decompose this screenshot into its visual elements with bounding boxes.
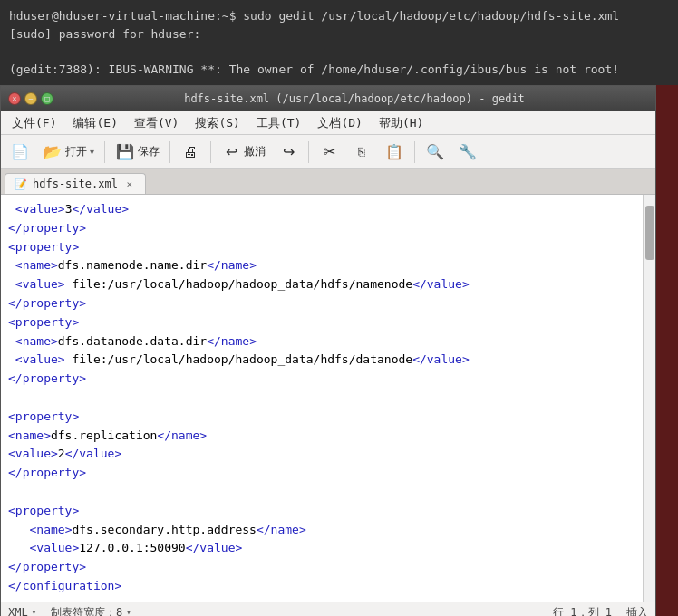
tab-close-button[interactable]: ×: [123, 178, 136, 190]
menu-tools[interactable]: 工具(T): [249, 113, 308, 133]
tabwidth-arrow-icon: ▾: [126, 608, 131, 616]
print-icon: 🖨: [180, 142, 200, 162]
menu-bar: 文件(F) 编辑(E) 查看(V) 搜索(S) 工具(T) 文档(D) 帮助(H…: [1, 111, 655, 135]
editor-line-3: <property>: [8, 238, 635, 257]
tab-hdfs-site[interactable]: 📝 hdfs-site.xml ×: [5, 173, 146, 194]
open-label: 打开: [65, 144, 87, 159]
maximize-icon: □: [44, 94, 49, 103]
menu-edit[interactable]: 编辑(E): [65, 113, 124, 133]
cut-button[interactable]: ✂: [314, 140, 344, 165]
editor-line-12: <property>: [8, 408, 635, 427]
editor-line-11: [8, 389, 635, 408]
copy-icon: ⎘: [352, 142, 372, 162]
open-button[interactable]: 📂 打开 ▾: [37, 140, 100, 165]
window-controls[interactable]: × − □: [8, 92, 53, 105]
save-icon: 💾: [115, 142, 135, 162]
search-button[interactable]: 🔍: [420, 140, 450, 165]
editor-line-1: <value>3</value>: [8, 200, 635, 219]
open-icon: 📂: [43, 142, 63, 162]
toolbar-separator-2: [170, 141, 170, 163]
tab-width-selector[interactable]: 制表符宽度：8 ▾: [51, 605, 131, 616]
close-button[interactable]: ×: [8, 92, 21, 105]
editor-line-2: </property>: [8, 219, 635, 238]
new-button[interactable]: 📄: [5, 140, 35, 165]
tab-file-icon: 📝: [15, 178, 27, 190]
menu-help[interactable]: 帮助(H): [372, 113, 431, 133]
wrench-icon: 🔧: [458, 142, 478, 162]
maximize-button[interactable]: □: [41, 92, 53, 105]
format-selector[interactable]: XML ▾: [8, 606, 36, 616]
terminal-window: hduser@hduser-virtual-machine:~$ sudo ge…: [0, 0, 678, 85]
editor-line-7: <property>: [8, 313, 635, 332]
minimize-button[interactable]: −: [24, 92, 37, 105]
terminal-line-4: (gedit:7388): IBUS-WARNING **: The owner…: [9, 61, 669, 79]
save-button[interactable]: 💾 保存: [110, 140, 165, 165]
status-bar: XML ▾ 制表符宽度：8 ▾ 行 1，列 1 插入: [1, 602, 655, 616]
editor-line-6: </property>: [8, 294, 635, 313]
toolbar-separator-5: [414, 141, 415, 163]
save-label: 保存: [138, 144, 160, 159]
toolbar-separator-3: [210, 141, 211, 163]
copy-button[interactable]: ⎘: [346, 140, 377, 165]
editor-line-18: <name>dfs.secondary.http.address</name>: [8, 521, 635, 540]
editor-line-5: <value> file:/usr/local/hadoop/hadoop_da…: [8, 275, 635, 294]
redo-icon: ↪: [278, 142, 298, 162]
cursor-position: 行 1，列 1: [553, 605, 612, 616]
print-button[interactable]: 🖨: [175, 140, 206, 165]
editor-line-4: <name>dfs.namenode.name.dir</name>: [8, 256, 635, 275]
window-title: hdfs-site.xml (/usr/local/hadoop/etc/had…: [61, 92, 648, 105]
paste-button[interactable]: 📋: [379, 140, 410, 165]
format-label: XML: [8, 606, 28, 616]
menu-view[interactable]: 查看(V): [127, 113, 186, 133]
editor-line-17: <property>: [8, 502, 635, 521]
editor-line-21: </configuration>: [8, 577, 635, 596]
editor-line-20: </property>: [8, 558, 635, 577]
editor-line-10: </property>: [8, 370, 635, 389]
paste-icon: 📋: [384, 142, 404, 162]
editor-line-14: <value>2</value>: [8, 445, 635, 464]
new-file-icon: 📄: [10, 142, 30, 162]
status-right: 行 1，列 1 插入: [553, 605, 648, 616]
editor-line-9: <value> file:/usr/local/hadoop/hadoop_da…: [8, 351, 635, 370]
undo-icon: ↩: [221, 142, 241, 162]
editor-line-16: [8, 483, 635, 502]
menu-file[interactable]: 文件(F): [5, 113, 63, 133]
menu-documents[interactable]: 文档(D): [310, 113, 369, 133]
open-arrow-icon: ▾: [90, 147, 94, 157]
undo-label: 撤消: [244, 144, 266, 159]
scroll-thumb[interactable]: [645, 206, 654, 260]
editor-line-15: </property>: [8, 464, 635, 483]
terminal-line-2: [sudo] password for hduser:: [9, 25, 669, 43]
toolbar: 📄 📂 打开 ▾ 💾 保存 🖨 ↩ 撤消 ↪ ✂ ⎘: [1, 135, 655, 169]
editor-line-13: <name>dfs.replication</name>: [8, 427, 635, 446]
editor-content[interactable]: <value>3</value> </property> <property> …: [1, 195, 643, 602]
title-bar: × − □ hdfs-site.xml (/usr/local/hadoop/e…: [1, 86, 655, 111]
cut-icon: ✂: [319, 142, 339, 162]
tab-width-label: 制表符宽度：8: [51, 605, 122, 616]
search-icon: 🔍: [425, 142, 445, 162]
terminal-line-1: hduser@hduser-virtual-machine:~$ sudo ge…: [9, 7, 669, 25]
terminal-line-3: [9, 43, 669, 61]
tools-button[interactable]: 🔧: [452, 140, 483, 165]
minimize-icon: −: [28, 94, 33, 103]
toolbar-separator-1: [104, 141, 105, 163]
undo-button[interactable]: ↩ 撤消: [216, 140, 271, 165]
tab-bar: 📝 hdfs-site.xml ×: [1, 169, 655, 195]
editor-line-19: <value>127.0.0.1:50090</value>: [8, 539, 635, 558]
format-arrow-icon: ▾: [32, 608, 36, 616]
redo-button[interactable]: ↪: [273, 140, 304, 165]
close-icon: ×: [12, 94, 16, 103]
scrollbar[interactable]: [643, 195, 655, 602]
insert-mode: 插入: [626, 605, 648, 616]
toolbar-separator-4: [308, 141, 309, 163]
editor-area[interactable]: <value>3</value> </property> <property> …: [1, 195, 655, 602]
gedit-window: × − □ hdfs-site.xml (/usr/local/hadoop/e…: [0, 85, 656, 616]
editor-line-8: <name>dfs.datanode.data.dir</name>: [8, 332, 635, 351]
tab-filename: hdfs-site.xml: [33, 178, 118, 190]
menu-search[interactable]: 搜索(S): [188, 113, 247, 133]
